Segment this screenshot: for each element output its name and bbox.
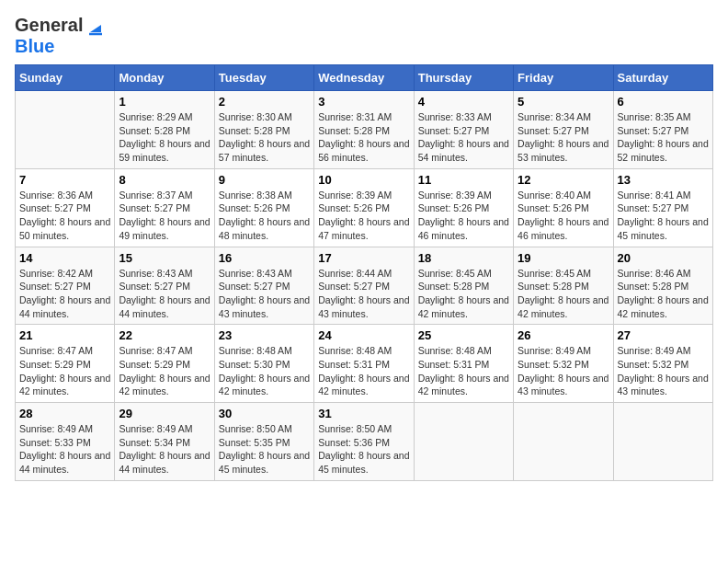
- calendar-cell: 15Sunrise: 8:43 AMSunset: 5:27 PMDayligh…: [115, 247, 214, 325]
- calendar-cell: [514, 403, 613, 481]
- weekday-header: Wednesday: [314, 65, 414, 91]
- calendar-cell: 25Sunrise: 8:48 AMSunset: 5:31 PMDayligh…: [414, 325, 513, 403]
- calendar-week-row: 28Sunrise: 8:49 AMSunset: 5:33 PMDayligh…: [16, 403, 713, 481]
- calendar-cell: 10Sunrise: 8:39 AMSunset: 5:26 PMDayligh…: [314, 168, 414, 247]
- day-number: 8: [119, 173, 210, 187]
- day-info: Sunrise: 8:47 AMSunset: 5:29 PMDaylight:…: [119, 344, 210, 398]
- day-number: 14: [19, 251, 110, 265]
- calendar-cell: 14Sunrise: 8:42 AMSunset: 5:27 PMDayligh…: [16, 247, 115, 325]
- calendar-cell: 3Sunrise: 8:31 AMSunset: 5:28 PMDaylight…: [314, 91, 414, 169]
- day-number: 3: [318, 95, 409, 109]
- calendar-week-row: 14Sunrise: 8:42 AMSunset: 5:27 PMDayligh…: [16, 247, 713, 325]
- day-info: Sunrise: 8:34 AMSunset: 5:27 PMDaylight:…: [518, 110, 609, 165]
- day-info: Sunrise: 8:43 AMSunset: 5:27 PMDaylight:…: [119, 267, 210, 321]
- day-number: 5: [518, 95, 609, 109]
- calendar-cell: 29Sunrise: 8:49 AMSunset: 5:34 PMDayligh…: [115, 403, 214, 481]
- day-number: 7: [19, 173, 110, 187]
- day-number: 29: [119, 407, 210, 420]
- day-number: 30: [219, 407, 310, 420]
- page-header: General Blue: [15, 15, 713, 57]
- day-info: Sunrise: 8:45 AMSunset: 5:28 PMDaylight:…: [418, 267, 509, 321]
- day-number: 23: [219, 328, 310, 342]
- calendar-week-row: 7Sunrise: 8:36 AMSunset: 5:27 PMDaylight…: [16, 168, 713, 247]
- day-info: Sunrise: 8:41 AMSunset: 5:27 PMDaylight:…: [618, 189, 709, 243]
- day-number: 10: [318, 173, 409, 187]
- calendar-cell: 6Sunrise: 8:35 AMSunset: 5:27 PMDaylight…: [613, 91, 712, 169]
- day-number: 16: [219, 251, 310, 265]
- logo-blue: Blue: [15, 36, 54, 57]
- calendar-cell: 22Sunrise: 8:47 AMSunset: 5:29 PMDayligh…: [115, 325, 214, 403]
- day-info: Sunrise: 8:46 AMSunset: 5:28 PMDaylight:…: [618, 267, 709, 321]
- day-number: 24: [318, 328, 409, 342]
- day-info: Sunrise: 8:40 AMSunset: 5:26 PMDaylight:…: [518, 189, 609, 243]
- calendar-cell: 13Sunrise: 8:41 AMSunset: 5:27 PMDayligh…: [613, 168, 712, 247]
- day-number: 2: [219, 95, 310, 109]
- day-info: Sunrise: 8:48 AMSunset: 5:31 PMDaylight:…: [318, 344, 409, 398]
- day-number: 1: [119, 95, 210, 109]
- calendar-cell: 5Sunrise: 8:34 AMSunset: 5:27 PMDaylight…: [514, 91, 613, 169]
- calendar-cell: 11Sunrise: 8:39 AMSunset: 5:26 PMDayligh…: [414, 168, 513, 247]
- calendar-week-row: 1Sunrise: 8:29 AMSunset: 5:28 PMDaylight…: [16, 91, 713, 169]
- day-number: 13: [618, 173, 709, 187]
- day-number: 26: [518, 328, 609, 342]
- logo: General Blue: [15, 15, 105, 57]
- calendar-cell: 1Sunrise: 8:29 AMSunset: 5:28 PMDaylight…: [115, 91, 214, 169]
- day-number: 12: [518, 173, 609, 187]
- day-info: Sunrise: 8:49 AMSunset: 5:32 PMDaylight:…: [518, 344, 609, 398]
- calendar-cell: 16Sunrise: 8:43 AMSunset: 5:27 PMDayligh…: [214, 247, 313, 325]
- day-number: 6: [618, 95, 709, 109]
- day-number: 4: [418, 95, 509, 109]
- calendar-cell: 4Sunrise: 8:33 AMSunset: 5:27 PMDaylight…: [414, 91, 513, 169]
- calendar-cell: 28Sunrise: 8:49 AMSunset: 5:33 PMDayligh…: [16, 403, 115, 481]
- weekday-header: Saturday: [613, 65, 712, 91]
- weekday-header-row: SundayMondayTuesdayWednesdayThursdayFrid…: [16, 65, 713, 91]
- day-info: Sunrise: 8:48 AMSunset: 5:30 PMDaylight:…: [219, 344, 310, 398]
- logo-general: General: [15, 15, 83, 36]
- day-number: 25: [418, 328, 509, 342]
- calendar-cell: 12Sunrise: 8:40 AMSunset: 5:26 PMDayligh…: [514, 168, 613, 247]
- weekday-header: Friday: [514, 65, 613, 91]
- day-info: Sunrise: 8:49 AMSunset: 5:33 PMDaylight:…: [19, 422, 110, 477]
- day-number: 31: [318, 407, 409, 420]
- day-info: Sunrise: 8:43 AMSunset: 5:27 PMDaylight:…: [219, 267, 310, 321]
- calendar-cell: 31Sunrise: 8:50 AMSunset: 5:36 PMDayligh…: [314, 403, 414, 481]
- day-number: 20: [618, 251, 709, 265]
- calendar-cell: 19Sunrise: 8:45 AMSunset: 5:28 PMDayligh…: [514, 247, 613, 325]
- calendar-cell: [414, 403, 513, 481]
- calendar-week-row: 21Sunrise: 8:47 AMSunset: 5:29 PMDayligh…: [16, 325, 713, 403]
- calendar-cell: 17Sunrise: 8:44 AMSunset: 5:27 PMDayligh…: [314, 247, 414, 325]
- day-number: 27: [618, 328, 709, 342]
- calendar-cell: 2Sunrise: 8:30 AMSunset: 5:28 PMDaylight…: [214, 91, 313, 169]
- calendar-cell: 26Sunrise: 8:49 AMSunset: 5:32 PMDayligh…: [514, 325, 613, 403]
- calendar-cell: 9Sunrise: 8:38 AMSunset: 5:26 PMDaylight…: [214, 168, 313, 247]
- calendar-cell: 24Sunrise: 8:48 AMSunset: 5:31 PMDayligh…: [314, 325, 414, 403]
- calendar-cell: 30Sunrise: 8:50 AMSunset: 5:35 PMDayligh…: [214, 403, 313, 481]
- weekday-header: Thursday: [414, 65, 513, 91]
- day-info: Sunrise: 8:39 AMSunset: 5:26 PMDaylight:…: [318, 189, 409, 243]
- day-number: 17: [318, 251, 409, 265]
- svg-marker-0: [90, 25, 101, 32]
- day-number: 22: [119, 328, 210, 342]
- day-info: Sunrise: 8:47 AMSunset: 5:29 PMDaylight:…: [19, 344, 110, 398]
- logo-icon: [85, 16, 105, 36]
- weekday-header: Sunday: [16, 65, 115, 91]
- day-info: Sunrise: 8:42 AMSunset: 5:27 PMDaylight:…: [19, 267, 110, 321]
- calendar-cell: 20Sunrise: 8:46 AMSunset: 5:28 PMDayligh…: [613, 247, 712, 325]
- day-info: Sunrise: 8:48 AMSunset: 5:31 PMDaylight:…: [418, 344, 509, 398]
- calendar-cell: 8Sunrise: 8:37 AMSunset: 5:27 PMDaylight…: [115, 168, 214, 247]
- day-info: Sunrise: 8:38 AMSunset: 5:26 PMDaylight:…: [219, 189, 310, 243]
- day-number: 21: [19, 328, 110, 342]
- day-info: Sunrise: 8:29 AMSunset: 5:28 PMDaylight:…: [119, 110, 210, 165]
- day-info: Sunrise: 8:31 AMSunset: 5:28 PMDaylight:…: [318, 110, 409, 165]
- day-info: Sunrise: 8:49 AMSunset: 5:32 PMDaylight:…: [618, 344, 709, 398]
- calendar-cell: [16, 91, 115, 169]
- day-info: Sunrise: 8:33 AMSunset: 5:27 PMDaylight:…: [418, 110, 509, 165]
- day-number: 19: [518, 251, 609, 265]
- calendar-cell: [613, 403, 712, 481]
- calendar-table: SundayMondayTuesdayWednesdayThursdayFrid…: [15, 64, 713, 481]
- day-number: 18: [418, 251, 509, 265]
- day-info: Sunrise: 8:35 AMSunset: 5:27 PMDaylight:…: [618, 110, 709, 165]
- day-number: 11: [418, 173, 509, 187]
- calendar-cell: 23Sunrise: 8:48 AMSunset: 5:30 PMDayligh…: [214, 325, 313, 403]
- day-info: Sunrise: 8:45 AMSunset: 5:28 PMDaylight:…: [518, 267, 609, 321]
